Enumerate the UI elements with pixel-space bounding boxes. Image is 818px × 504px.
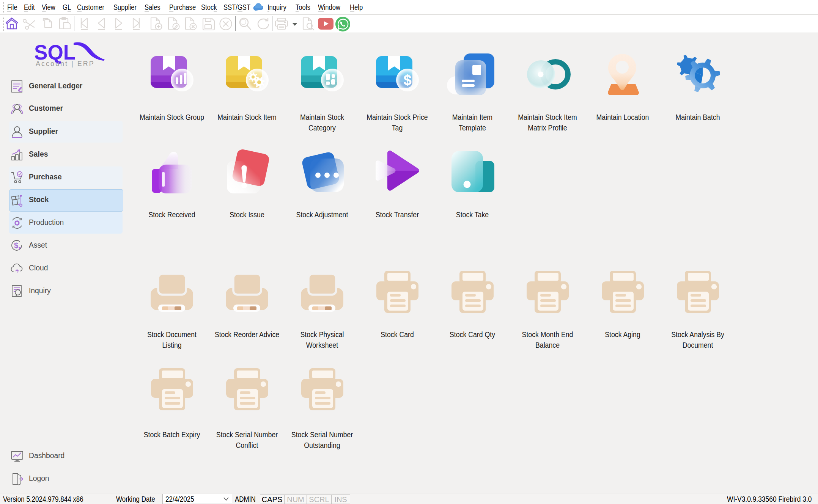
svg-text:$: $ xyxy=(403,72,411,88)
svg-text:$: $ xyxy=(14,241,18,250)
svg-text:Account | ERP: Account | ERP xyxy=(36,60,95,68)
